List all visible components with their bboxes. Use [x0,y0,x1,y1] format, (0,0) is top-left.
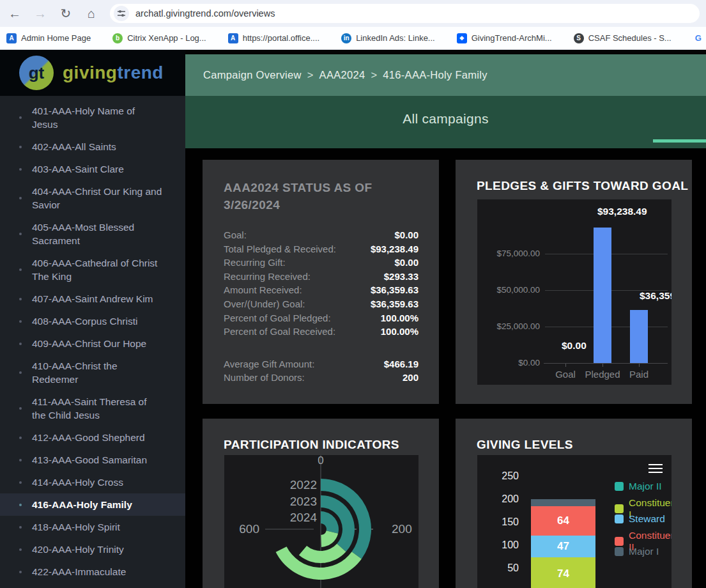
linkedin-blue-favicon-icon: in [341,33,351,43]
status-rows: Goal:$0.00Total Pledged & Received:$93,2… [224,228,418,385]
bullet-icon [19,407,22,410]
data-label-goal: $0.00 [562,340,587,352]
sidebar-item[interactable]: 406-AAA-Cathedral of Christ The King [0,252,185,288]
bullet-icon [19,548,22,551]
google-g-favicon-icon: G [693,33,703,43]
status-label: Goal: [224,228,247,242]
status-value: 100.00% [381,311,418,325]
sidebar-item[interactable]: 408-AAA-Corpus Christi [0,310,185,332]
sidebar-item[interactable]: 409-AAA-Christ Our Hope [0,332,185,355]
breadcrumb-separator: > [307,69,314,81]
back-icon[interactable]: ← [4,3,26,24]
sidebar-item-label: 409-AAA-Christ Our Hope [32,337,146,350]
status-label: Recurring Received: [224,270,311,284]
sidebar-item[interactable]: 407-AAA-Saint Andrew Kim [0,288,185,310]
sidebar-item[interactable]: 403-AAA-Saint Clare [0,158,185,180]
dark-globe-favicon-icon: S [574,33,584,43]
sidebar-item-label: 408-AAA-Corpus Christi [32,314,137,328]
bookmark-label: GivingTrend-ArchMi... [472,33,552,43]
tab-all-campaigns[interactable]: All campaigns [185,111,706,127]
status-label: Percent of Goal Pledged: [224,311,331,325]
sidebar-item-label: 411-AAA-Saint Theresa of the Child Jesus [32,395,163,422]
sidebar-item-label: 416-AAA-Holy Family [32,498,132,511]
reload-icon[interactable]: ↻ [55,3,77,24]
legend-swatch-icon [615,482,624,491]
sidebar-item[interactable]: 405-AAA-Most Blessed Sacrament [0,216,185,252]
chart-menu-icon[interactable] [648,461,663,476]
sidebar-item[interactable]: 422-AAA-Immaculate [0,561,185,583]
status-value: $36,359.63 [371,297,418,311]
sidebar-item[interactable]: 401-AAA-Holy Name of Jesus [0,100,185,135]
sidebar-item[interactable]: 418-AAA-Holy Spirit [0,516,185,538]
bar-pledged [594,228,611,363]
sidebar-item-label: 414-AAA-Holy Cross [32,476,123,489]
sidebar-item[interactable]: 413-AAA-Good Samaritan [0,449,185,471]
legend-item-major-i[interactable]: Major I [615,546,659,557]
sidebar-item[interactable]: 414-AAA-Holy Cross [0,471,185,493]
bookmark-item[interactable]: inLinkedIn Ads: Linke... [341,33,435,43]
bookmark-item[interactable]: ❖GivingTrend-ArchMi... [457,33,552,43]
status-value: $293.33 [384,270,418,284]
y-axis-tick-label: 100 [491,539,519,551]
dropbox-blue-favicon-icon: ❖ [457,33,467,43]
browser-toolbar: ← → ↻ ⌂ archatl.givingtrend.com/overview… [0,0,706,27]
breadcrumb-item[interactable]: 416-AAA-Holy Family [383,69,487,81]
app-logo[interactable]: gt givingtrend [0,50,185,96]
bullet-icon [19,168,22,171]
address-bar[interactable]: archatl.givingtrend.com/overviews [110,4,700,23]
pledges-chart: $0.00$25,000.00$50,000.00$75,000.00GoalP… [477,199,671,385]
status-label: Percent of Goal Received: [224,325,335,339]
bullet-icon [19,437,22,439]
url-text[interactable]: archatl.givingtrend.com/overviews [135,8,275,19]
site-info-icon[interactable] [114,6,129,21]
bookmark-label: LinkedIn Ads: Linke... [356,33,435,43]
scale-label-0: 0 [318,455,323,467]
bookmark-item[interactable]: bCitrix XenApp - Log... [112,33,206,43]
y-axis-tick-label: $75,000.00 [477,249,540,258]
campaign-sidebar: 401-AAA-Holy Name of Jesus402-AAA-All Sa… [0,96,185,588]
sidebar-item[interactable]: 410-AAA-Christ the Redeemer [0,355,185,391]
sidebar-item-label: 420-AAA-Holy Trinity [32,543,124,556]
y-axis-tick-label: 150 [491,516,519,528]
bookmark-item[interactable]: Ahttps://portal.office.... [228,33,319,43]
bullet-icon [19,116,22,119]
bar-paid [630,310,648,363]
bookmark-item[interactable]: AAdmin Home Page [6,33,91,43]
bar-segment-major-i [531,499,595,506]
status-group-gap [224,339,418,357]
sidebar-item[interactable]: 411-AAA-Saint Theresa of the Child Jesus [0,391,185,426]
status-row: Number of Donors:200 [224,371,418,385]
home-icon[interactable]: ⌂ [81,3,102,24]
bookmarks-bar: AAdmin Home PagebCitrix XenApp - Log...A… [0,27,706,50]
breadcrumb-item[interactable]: AAA2024 [319,69,365,81]
sidebar-item-label: 407-AAA-Saint Andrew Kim [32,292,153,306]
sidebar-item[interactable]: 402-AAA-All Saints [0,135,185,158]
logo-wordmark: givingtrend [63,63,164,83]
sidebar-item-label: 410-AAA-Christ the Redeemer [32,359,163,386]
status-row: Amount Received:$36,359.63 [224,283,418,297]
status-row: Percent of Goal Pledged:100.00% [224,311,418,325]
sidebar-item-label: 401-AAA-Holy Name of Jesus [32,104,163,131]
bullet-icon [19,504,22,506]
hamburger-line [648,468,663,470]
y-axis-tick-label: 250 [491,470,519,482]
sidebar-item[interactable]: 412-AAA-Good Shepherd [0,426,185,449]
legend-item-steward[interactable]: Steward [615,513,665,525]
ring-label-2024: 2024 [290,511,318,524]
legend-item-major-ii[interactable]: Major II [615,481,662,492]
status-row: Recurring Received:$293.33 [224,270,418,284]
sidebar-item[interactable]: 404-AAA-Christ Our King and Savior [0,180,185,216]
bookmark-item[interactable]: Gclear thomson reute... [693,33,706,43]
status-row: Percent of Goal Received:100.00% [224,325,418,339]
giving-levels-card: GIVING LEVELS 25020015010050744764Major … [456,419,692,588]
bar-segment-steward: 47 [531,536,595,557]
forward-icon[interactable]: → [29,3,51,24]
campaigns-tab-bar: All campaigns [185,96,706,148]
bookmark-item[interactable]: SCSAF Schedules - S... [574,33,671,43]
sidebar-item[interactable]: 420-AAA-Holy Trinity [0,538,185,561]
office-blue-favicon-icon: A [228,33,238,43]
sidebar-item-active[interactable]: 416-AAA-Holy Family [0,493,185,516]
tab-active-indicator [653,139,706,143]
breadcrumb-item[interactable]: Campaign Overview [203,69,302,81]
y-axis-tick-label: 200 [491,493,519,505]
